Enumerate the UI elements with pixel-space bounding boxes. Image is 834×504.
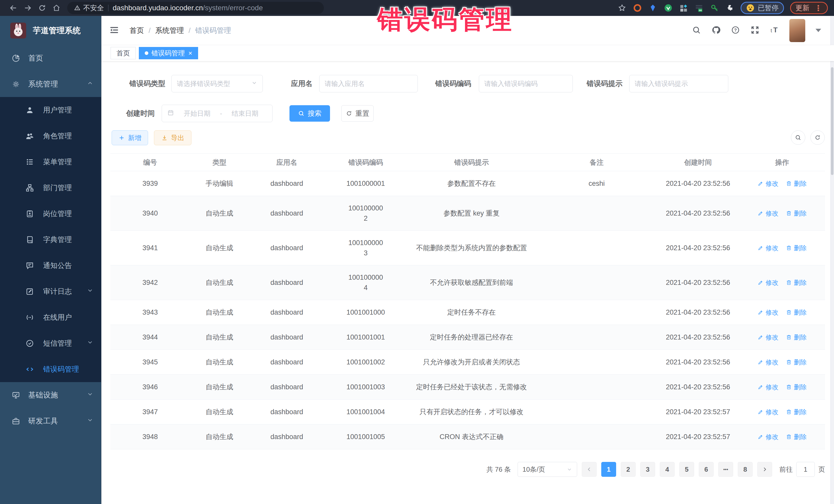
sidebar-item-post-management[interactable]: 岗位管理 <box>0 201 101 226</box>
extension-on-badge-icon[interactable]: on <box>695 3 704 13</box>
browser-forward-icon[interactable] <box>21 2 35 14</box>
pager-page-5[interactable]: 5 <box>679 462 694 477</box>
sidebar-item-audit-log[interactable]: 审计日志 <box>0 279 101 304</box>
tag-item[interactable]: 首页 <box>111 47 136 59</box>
sidebar-item-sms-management[interactable]: 短信管理 <box>0 330 101 356</box>
edit-link[interactable]: 修改 <box>758 307 778 317</box>
delete-trash-icon <box>786 409 792 415</box>
hamburger-icon[interactable] <box>109 25 119 36</box>
sidebar-item-label: 审计日志 <box>43 287 72 297</box>
add-button[interactable]: 新增 <box>112 130 148 145</box>
error-code-input[interactable]: 请输入错误码编码 <box>479 75 573 92</box>
browser-back-icon[interactable] <box>6 2 21 14</box>
delete-trash-icon <box>786 280 792 286</box>
edit-link[interactable]: 修改 <box>758 278 778 288</box>
sidebar-item-home[interactable]: 首页 <box>0 45 101 71</box>
edit-link[interactable]: 修改 <box>758 178 778 189</box>
help-icon[interactable]: ? <box>731 25 740 36</box>
refresh-icon <box>814 134 821 141</box>
sidebar-item-menu-management[interactable]: 菜单管理 <box>0 149 101 175</box>
reset-button[interactable]: 重置 <box>341 105 374 122</box>
pager-more[interactable]: ••• <box>718 462 733 477</box>
sidebar-item-user-management[interactable]: 用户管理 <box>0 97 101 123</box>
app-name-input[interactable]: 请输入应用名 <box>319 75 418 92</box>
delete-link[interactable]: 删除 <box>786 243 807 253</box>
row-app-name: dashboard <box>249 231 325 265</box>
address-bar[interactable]: 不安全 dashboard.yudao.iocoder.cn/system/er… <box>67 2 324 14</box>
refresh-table-button[interactable] <box>810 130 825 145</box>
edit-link[interactable]: 修改 <box>758 432 778 442</box>
browser-update-button[interactable]: 更新 ⋮ <box>790 2 828 14</box>
error-code-type-select[interactable]: 请选择错误码类型 <box>171 75 263 92</box>
sidebar-item-online-users[interactable]: 在线用户 <box>0 304 101 330</box>
sidebar-item-role-management[interactable]: 角色管理 <box>0 123 101 149</box>
pager-page-8[interactable]: 8 <box>738 462 753 477</box>
error-hint-input[interactable]: 请输入错误码提示 <box>629 75 728 92</box>
browser-reload-icon[interactable] <box>35 2 49 14</box>
edit-link[interactable]: 修改 <box>758 243 778 253</box>
edit-link[interactable]: 修改 <box>758 332 778 342</box>
chevron-down-icon <box>251 80 257 88</box>
font-size-icon[interactable]: tT <box>770 25 779 36</box>
placeholder-text: 请选择错误码类型 <box>177 79 249 88</box>
fullscreen-icon[interactable] <box>750 25 760 36</box>
extension-gem-icon[interactable] <box>648 3 657 13</box>
bookmark-star-icon[interactable] <box>617 3 627 13</box>
delete-link[interactable]: 删除 <box>786 432 807 442</box>
extension-grid-icon[interactable] <box>679 3 688 13</box>
profile-paused-badge[interactable]: 已暂停 <box>741 2 784 14</box>
create-time-range-picker[interactable]: 开始日期 - 结束日期 <box>162 105 272 122</box>
github-icon[interactable] <box>711 25 721 36</box>
edit-link[interactable]: 修改 <box>758 357 778 367</box>
prev-page-button[interactable] <box>582 462 597 477</box>
delete-link[interactable]: 删除 <box>786 278 807 288</box>
edit-link[interactable]: 修改 <box>758 208 778 218</box>
browser-home-icon[interactable] <box>49 2 64 14</box>
sidebar-item-notice-announcement[interactable]: 通知公告 <box>0 253 101 279</box>
sidebar-item-infrastructure[interactable]: 基础设施 <box>0 382 101 408</box>
pager-page-2[interactable]: 2 <box>621 462 636 477</box>
sidebar-item-error-code-management[interactable]: 错误码管理 <box>0 356 101 382</box>
user-avatar[interactable] <box>789 19 805 42</box>
delete-link[interactable]: 删除 <box>786 382 807 392</box>
scrollbar-thumb[interactable] <box>831 67 833 175</box>
sidebar-item-system-management[interactable]: 系统管理 <box>0 71 101 97</box>
not-secure-warning[interactable]: 不安全 <box>74 3 104 13</box>
app-logo[interactable]: 芋道管理系统 <box>0 16 101 45</box>
page-size-select[interactable]: 10条/页 <box>518 462 577 477</box>
export-button[interactable]: 导出 <box>154 130 192 145</box>
row-error-hint: 只允许修改为开启或者关闭状态 <box>407 350 536 375</box>
browser-menu-icon[interactable]: ⋮ <box>814 4 822 13</box>
sidebar-item-dict-management[interactable]: 字典管理 <box>0 226 101 253</box>
breadcrumb-item[interactable]: 首页 <box>130 26 144 36</box>
pager-page-1[interactable]: 1 <box>601 462 616 477</box>
sidebar-item-dept-management[interactable]: 部门管理 <box>0 175 101 201</box>
row-type: 自动生成 <box>190 375 249 399</box>
edit-link[interactable]: 修改 <box>758 407 778 417</box>
breadcrumb-item[interactable]: 系统管理 <box>155 26 184 36</box>
delete-link[interactable]: 删除 <box>786 332 807 342</box>
next-page-button[interactable] <box>757 462 772 477</box>
extension-green-check-icon[interactable] <box>664 3 673 13</box>
pager-page-3[interactable]: 3 <box>640 462 655 477</box>
edit-link[interactable]: 修改 <box>758 382 778 392</box>
tag-close-icon[interactable]: × <box>188 49 192 57</box>
sidebar-item-dev-tools[interactable]: 研发工具 <box>0 408 101 434</box>
pager-page-6[interactable]: 6 <box>699 462 714 477</box>
tag-active[interactable]: 错误码管理× <box>139 47 198 59</box>
pager-page-4[interactable]: 4 <box>660 462 675 477</box>
goto-page-input[interactable] <box>796 462 815 477</box>
extension-puzzle-icon[interactable] <box>725 3 734 13</box>
toggle-search-button[interactable] <box>791 130 805 145</box>
extension-key-icon[interactable] <box>710 3 719 13</box>
header-search-icon[interactable] <box>692 25 701 36</box>
delete-link[interactable]: 删除 <box>786 307 807 317</box>
delete-link[interactable]: 删除 <box>786 178 807 189</box>
scrollbar-track[interactable] <box>830 16 834 504</box>
delete-link[interactable]: 删除 <box>786 407 807 417</box>
extension-ublock-icon[interactable] <box>633 3 642 13</box>
delete-link[interactable]: 删除 <box>786 208 807 218</box>
delete-link[interactable]: 删除 <box>786 357 807 367</box>
search-button[interactable]: 搜索 <box>289 105 330 122</box>
avatar-dropdown-caret-icon[interactable] <box>815 29 821 32</box>
